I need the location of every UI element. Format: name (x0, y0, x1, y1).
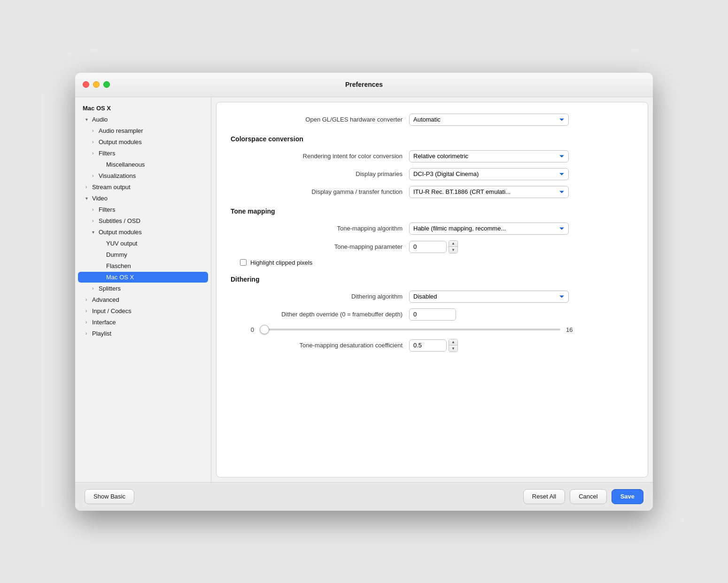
tone-mapping-parameter-control: ▲ ▼ (409, 240, 569, 253)
desaturation-decrement-button[interactable]: ▼ (449, 345, 457, 352)
maximize-button[interactable] (103, 81, 110, 88)
desaturation-increment-button[interactable]: ▲ (449, 339, 457, 345)
sidebar-item-splitters[interactable]: › Splitters (78, 283, 208, 294)
sidebar-item-input-codecs[interactable]: › Input / Codecs (78, 306, 208, 316)
sidebar-item-label: Advanced (92, 296, 201, 303)
sidebar-item-stream-output[interactable]: › Stream output (78, 182, 208, 192)
bottom-bar: Show Basic Reset All Cancel Save (75, 482, 653, 511)
display-primaries-row: Display primaries sRGB BT.709 BT.2020 DC… (231, 168, 634, 180)
dithering-algorithm-label: Dithering algorithm (231, 293, 409, 300)
show-basic-button[interactable]: Show Basic (85, 489, 134, 504)
opengl-select[interactable]: Automatic None OpenGL GLES2 (409, 114, 569, 126)
highlight-clipped-label: Highlight clipped pixels (250, 259, 312, 266)
tone-mapping-algorithm-label: Tone-mapping algorithm (231, 225, 409, 232)
tone-mapping-desaturation-row: Tone-mapping desaturation coefficient ▲ … (231, 339, 634, 352)
tone-mapping-algorithm-select[interactable]: None Clip Linear Gamma Hable (filmic map… (409, 222, 569, 235)
sidebar-item-filters[interactable]: › Filters (78, 148, 208, 159)
chevron-icon: › (85, 320, 92, 325)
sidebar-item-label: YUV output (106, 240, 201, 247)
save-button[interactable]: Save (612, 489, 643, 504)
highlight-clipped-row: Highlight clipped pixels (231, 259, 634, 266)
rendering-intent-select[interactable]: Perceptual Relative colorimetric Saturat… (409, 150, 569, 162)
sidebar-item-subtitles-osd[interactable]: › Subtitles / OSD (78, 215, 208, 226)
sidebar-item-mac-os-x[interactable]: Mac OS X (78, 272, 208, 283)
tone-mapping-decrement-button[interactable]: ▼ (449, 247, 457, 253)
chevron-icon: › (85, 297, 92, 302)
sidebar-item-label: Audio resampler (99, 127, 201, 134)
display-primaries-select[interactable]: sRGB BT.709 BT.2020 DCI-P3 (Digital Cine… (409, 168, 569, 180)
sidebar-item-playlist[interactable]: › Playlist (78, 328, 208, 339)
sidebar-item-label: Miscellaneous (106, 161, 201, 168)
opengl-row: Open GL/GLES hardware converter Automati… (231, 114, 634, 126)
chevron-icon: › (85, 331, 92, 336)
sidebar-item-video-output-modules[interactable]: ▾ Output modules (78, 227, 208, 238)
chevron-icon: › (85, 308, 92, 314)
sidebar-item-label: Splitters (99, 285, 201, 292)
sidebar-item-label: Audio (92, 116, 201, 123)
rendering-intent-label: Rendering intent for color conversion (231, 153, 409, 160)
rendering-intent-control: Perceptual Relative colorimetric Saturat… (409, 150, 569, 162)
sidebar-item-audio-resampler[interactable]: › Audio resampler (78, 125, 208, 136)
opengl-control: Automatic None OpenGL GLES2 (409, 114, 569, 126)
chevron-icon: › (92, 218, 99, 223)
sidebar-item-label: Video (92, 195, 201, 202)
chevron-icon: › (92, 207, 99, 212)
highlight-clipped-checkbox[interactable] (240, 259, 247, 266)
display-gamma-row: Display gamma / transfer function sRGB (… (231, 186, 634, 198)
sidebar-item-miscellaneous[interactable]: Miscellaneous (78, 159, 208, 170)
chevron-icon: ▾ (92, 230, 99, 235)
chevron-icon: › (92, 151, 99, 156)
content-area: Mac OS X ▾ Audio › Audio resampler › Out… (75, 97, 653, 482)
sidebar-item-label: Interface (92, 319, 201, 326)
rendering-intent-row: Rendering intent for color conversion Pe… (231, 150, 634, 162)
slider-min-label: 0 (240, 326, 254, 333)
sidebar-item-dummy[interactable]: Dummy (78, 249, 208, 260)
display-primaries-label: Display primaries (231, 170, 409, 177)
tone-mapping-algorithm-control: None Clip Linear Gamma Hable (filmic map… (409, 222, 569, 235)
sidebar-item-label: Playlist (92, 330, 201, 337)
desaturation-spinner: ▲ ▼ (409, 339, 569, 352)
tone-mapping-parameter-input[interactable] (409, 241, 447, 253)
display-gamma-label: Display gamma / transfer function (231, 188, 409, 195)
cancel-button[interactable]: Cancel (570, 489, 606, 504)
dither-slider[interactable] (260, 329, 560, 330)
tone-mapping-spinner-group: ▲ ▼ (449, 240, 458, 253)
sidebar-item-output-modules[interactable]: › Output modules (78, 137, 208, 147)
tone-mapping-increment-button[interactable]: ▲ (449, 241, 457, 247)
chevron-icon: › (92, 173, 99, 178)
display-gamma-select[interactable]: sRGB (IEC 61966-2-1) ITU-R Rec. BT.1886 … (409, 186, 569, 198)
sidebar-item-video[interactable]: ▾ Video (78, 193, 208, 204)
sidebar-item-yuv-output[interactable]: YUV output (78, 238, 208, 249)
sidebar-item-audio[interactable]: ▾ Audio (78, 114, 208, 125)
sidebar-item-interface[interactable]: › Interface (78, 317, 208, 328)
sidebar-item-label: Dummy (106, 251, 201, 258)
sidebar-item-label: Subtitles / OSD (99, 217, 201, 224)
desaturation-input[interactable] (409, 339, 447, 352)
tone-mapping-parameter-row: Tone-mapping parameter ▲ ▼ (231, 240, 634, 253)
reset-all-button[interactable]: Reset All (523, 489, 565, 504)
tone-mapping-desaturation-label: Tone-mapping desaturation coefficient (231, 342, 409, 349)
dither-slider-row: 0 16 (231, 326, 634, 333)
sidebar-item-label: Output modules (99, 229, 201, 236)
tone-mapping-parameter-label: Tone-mapping parameter (231, 243, 409, 250)
bottom-right-buttons: Reset All Cancel Save (523, 489, 643, 504)
chevron-icon: › (92, 139, 99, 145)
dither-depth-label: Dither depth override (0 = framebuffer d… (231, 311, 409, 318)
close-button[interactable] (83, 81, 89, 88)
sidebar-item-flaschen[interactable]: Flaschen (78, 261, 208, 271)
tone-mapping-spinner: ▲ ▼ (409, 240, 569, 253)
sidebar-item-label: Flaschen (106, 262, 201, 269)
sidebar-item-label: Output modules (99, 138, 201, 146)
dithering-header: Dithering (231, 276, 634, 283)
dithering-algorithm-select[interactable]: Disabled Blue noise Ordered (Bayer matri… (409, 291, 569, 303)
minimize-button[interactable] (93, 81, 100, 88)
titlebar: Preferences (75, 73, 653, 97)
sidebar-item-video-filters[interactable]: › Filters (78, 204, 208, 215)
dither-depth-control (409, 308, 569, 321)
dithering-algorithm-control: Disabled Blue noise Ordered (Bayer matri… (409, 291, 569, 303)
sidebar-section-title: Mac OS X (75, 102, 211, 114)
sidebar-item-advanced[interactable]: › Advanced (78, 294, 208, 305)
dither-depth-input[interactable] (409, 308, 456, 321)
dither-depth-row: Dither depth override (0 = framebuffer d… (231, 308, 634, 321)
sidebar-item-visualizations[interactable]: › Visualizations (78, 170, 208, 181)
